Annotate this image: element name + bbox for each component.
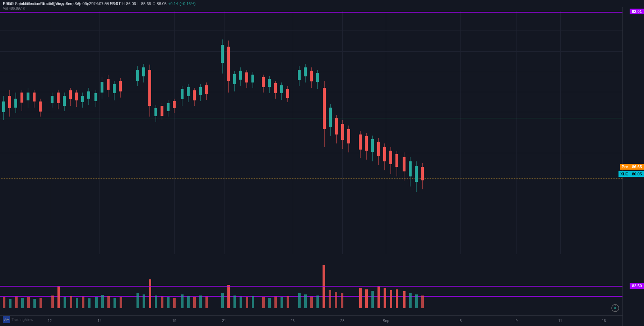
price-change-pct: (+0.16%) — [180, 1, 196, 6]
svg-rect-178 — [384, 288, 386, 308]
svg-rect-47 — [161, 106, 163, 116]
svg-rect-31 — [101, 82, 103, 93]
svg-rect-137 — [88, 298, 91, 308]
svg-rect-130 — [40, 298, 42, 308]
time-label-16: 16 — [602, 319, 606, 323]
svg-rect-179 — [390, 290, 392, 308]
svg-rect-69 — [239, 71, 242, 80]
svg-rect-5 — [14, 99, 17, 108]
high-value: 86.06 — [126, 1, 136, 6]
svg-rect-101 — [347, 129, 350, 143]
svg-rect-99 — [341, 124, 344, 140]
svg-rect-113 — [389, 151, 392, 164]
high-label: H — [122, 1, 125, 6]
xle-badge-container: XLE 86.05 — [618, 171, 644, 177]
svg-rect-136 — [82, 297, 84, 308]
svg-rect-175 — [365, 289, 368, 308]
svg-rect-49 — [167, 103, 170, 111]
svg-rect-123 — [421, 167, 424, 180]
svg-rect-158 — [240, 297, 242, 308]
svg-rect-3 — [8, 96, 11, 108]
open-value: 85.91 — [111, 1, 121, 6]
svg-rect-128 — [27, 297, 30, 308]
badge-8250: 82.50 — [630, 283, 644, 289]
svg-rect-85 — [298, 70, 301, 80]
resistance-line-92 — [0, 12, 622, 13]
svg-rect-147 — [161, 297, 163, 308]
close-label: C — [152, 1, 155, 6]
pre-price: 86.65 — [630, 164, 644, 170]
svg-rect-7 — [20, 93, 23, 103]
svg-rect-13 — [39, 101, 42, 112]
svg-rect-97 — [335, 118, 338, 134]
svg-rect-167 — [304, 294, 307, 308]
svg-rect-1 — [2, 101, 5, 112]
svg-rect-127 — [21, 298, 24, 308]
svg-rect-75 — [262, 77, 265, 87]
svg-rect-172 — [335, 292, 337, 308]
svg-rect-105 — [365, 136, 368, 151]
svg-rect-27 — [87, 91, 90, 99]
svg-rect-35 — [113, 84, 116, 93]
svg-rect-11 — [33, 93, 36, 101]
svg-rect-65 — [227, 47, 230, 81]
support-line-82 — [0, 286, 622, 287]
svg-rect-15 — [51, 96, 54, 103]
timeframe: 1h — [91, 1, 95, 6]
volume-area — [0, 254, 622, 315]
tradingview-watermark: TradingView — [3, 316, 33, 323]
open-label: O — [106, 1, 109, 6]
svg-rect-67 — [233, 74, 236, 84]
svg-rect-180 — [396, 289, 398, 308]
svg-rect-21 — [69, 90, 72, 99]
svg-rect-39 — [136, 70, 139, 81]
svg-rect-83 — [286, 89, 289, 98]
svg-rect-140 — [107, 296, 110, 308]
candlestick-chart — [0, 11, 622, 254]
time-label-11: 11 — [558, 319, 562, 323]
svg-rect-154 — [205, 297, 208, 308]
svg-rect-59 — [199, 87, 202, 95]
svg-rect-144 — [143, 294, 145, 308]
svg-rect-43 — [148, 70, 151, 106]
svg-rect-51 — [173, 101, 176, 108]
svg-rect-171 — [329, 290, 331, 308]
svg-rect-160 — [252, 296, 254, 308]
svg-rect-166 — [298, 293, 301, 308]
svg-rect-126 — [15, 297, 18, 308]
svg-rect-87 — [304, 67, 307, 76]
svg-rect-107 — [371, 139, 374, 152]
svg-rect-161 — [262, 297, 265, 308]
svg-rect-73 — [251, 75, 254, 82]
main-chart — [0, 11, 622, 254]
svg-rect-165 — [287, 296, 289, 308]
time-label-sep: Sep — [383, 319, 389, 323]
svg-rect-142 — [120, 297, 122, 308]
svg-rect-134 — [70, 296, 72, 308]
svg-rect-53 — [181, 89, 184, 99]
svg-rect-177 — [377, 286, 380, 308]
baseline-dotted — [0, 179, 622, 179]
svg-rect-45 — [154, 108, 157, 116]
svg-rect-152 — [193, 297, 196, 308]
svg-rect-41 — [142, 67, 145, 76]
pre-badge-container: Pre 86.65 — [620, 164, 644, 170]
time-label-12: 12 — [48, 319, 52, 323]
svg-rect-169 — [316, 296, 319, 308]
svg-rect-63 — [221, 45, 224, 63]
svg-rect-139 — [101, 295, 104, 308]
svg-rect-162 — [268, 298, 271, 308]
svg-rect-124 — [3, 297, 5, 308]
support-line — [174, 118, 622, 119]
svg-rect-149 — [173, 298, 176, 308]
svg-rect-159 — [246, 297, 248, 308]
svg-rect-33 — [107, 79, 110, 90]
indicator-icon[interactable] — [611, 304, 620, 312]
svg-rect-184 — [421, 296, 424, 308]
badge-92: 92.01 — [630, 9, 644, 14]
time-label-5: 5 — [460, 319, 462, 323]
svg-rect-146 — [155, 296, 157, 308]
svg-rect-148 — [167, 297, 170, 308]
svg-rect-29 — [94, 93, 97, 101]
svg-rect-125 — [9, 299, 11, 308]
